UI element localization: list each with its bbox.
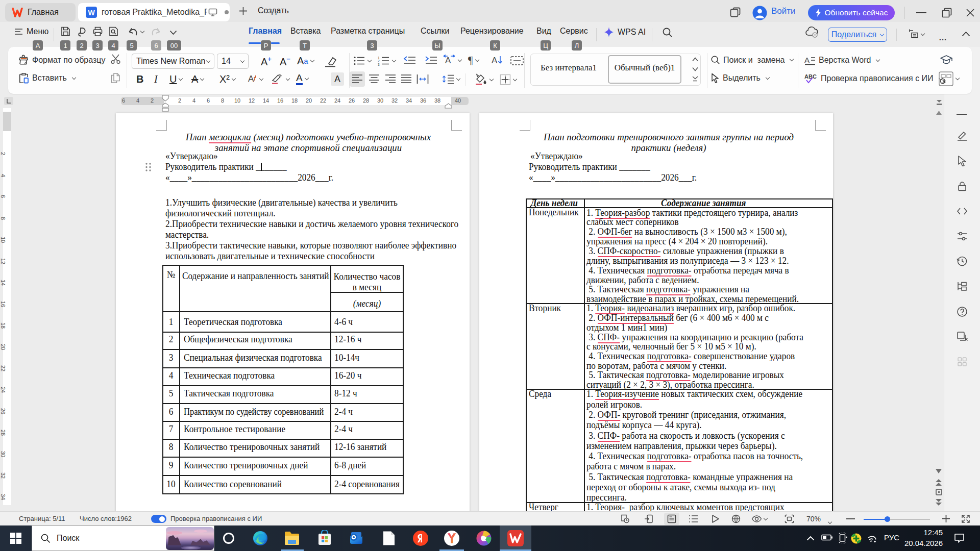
svg-text:3: 3 — [378, 63, 380, 66]
svg-text:A: A — [445, 56, 451, 65]
svg-text:ABC: ABC — [804, 73, 817, 80]
svg-text:A: A — [248, 74, 254, 84]
svg-text:A: A — [492, 56, 498, 65]
svg-text:W: W — [88, 9, 95, 17]
svg-text:A: A — [804, 56, 810, 64]
